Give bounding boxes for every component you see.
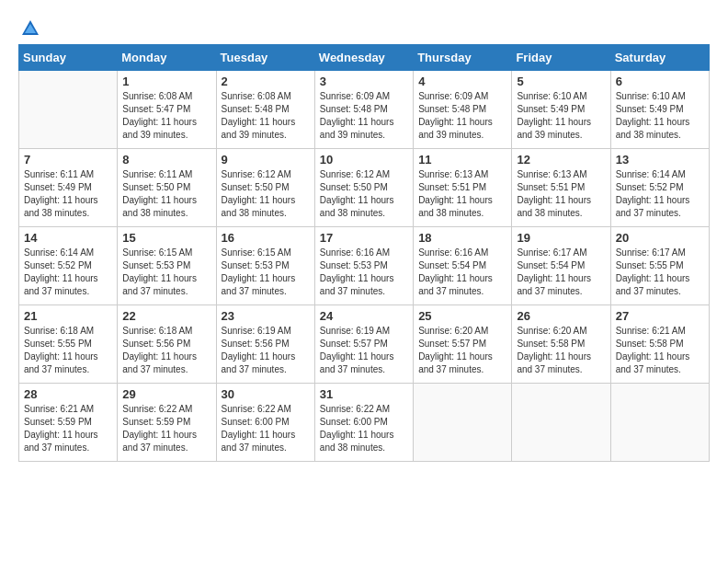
day-info: Sunrise: 6:12 AMSunset: 5:50 PMDaylight:… (222, 169, 296, 218)
day-number: 19 (517, 231, 605, 245)
day-info: Sunrise: 6:19 AMSunset: 5:56 PMDaylight:… (222, 326, 296, 374)
day-number: 15 (122, 231, 210, 245)
calendar-day-cell: 4 Sunrise: 6:09 AMSunset: 5:48 PMDayligh… (414, 71, 512, 149)
day-info: Sunrise: 6:22 AMSunset: 6:00 PMDaylight:… (320, 404, 394, 453)
day-number: 25 (418, 309, 506, 323)
calendar-day-cell: 15 Sunrise: 6:15 AMSunset: 5:53 PMDaylig… (118, 227, 216, 305)
day-of-week-header: Saturday (610, 45, 709, 71)
day-of-week-header: Friday (512, 45, 610, 71)
day-of-week-header: Tuesday (216, 45, 314, 71)
calendar-day-cell: 22 Sunrise: 6:18 AMSunset: 5:56 PMDaylig… (118, 305, 216, 384)
day-number: 13 (616, 153, 704, 167)
day-info: Sunrise: 6:22 AMSunset: 6:00 PMDaylight:… (222, 404, 296, 453)
day-info: Sunrise: 6:11 AMSunset: 5:49 PMDaylight:… (24, 169, 98, 218)
calendar-day-cell: 31 Sunrise: 6:22 AMSunset: 6:00 PMDaylig… (314, 384, 413, 462)
day-number: 10 (320, 153, 408, 167)
calendar-day-cell: 26 Sunrise: 6:20 AMSunset: 5:58 PMDaylig… (512, 305, 610, 384)
calendar-day-cell: 10 Sunrise: 6:12 AMSunset: 5:50 PMDaylig… (314, 149, 413, 227)
day-info: Sunrise: 6:18 AMSunset: 5:55 PMDaylight:… (24, 326, 98, 374)
day-of-week-header: Wednesday (314, 45, 413, 71)
day-of-week-header: Sunday (19, 45, 118, 71)
calendar-day-cell: 28 Sunrise: 6:21 AMSunset: 5:59 PMDaylig… (19, 384, 118, 462)
day-number: 14 (24, 231, 112, 245)
page-header (18, 18, 710, 35)
day-info: Sunrise: 6:21 AMSunset: 5:59 PMDaylight:… (24, 404, 98, 453)
day-info: Sunrise: 6:09 AMSunset: 5:48 PMDaylight:… (320, 91, 394, 140)
calendar-day-cell: 16 Sunrise: 6:15 AMSunset: 5:53 PMDaylig… (216, 227, 314, 305)
day-info: Sunrise: 6:09 AMSunset: 5:48 PMDaylight:… (418, 91, 493, 140)
calendar-day-cell: 19 Sunrise: 6:17 AMSunset: 5:54 PMDaylig… (512, 227, 610, 305)
day-info: Sunrise: 6:22 AMSunset: 5:59 PMDaylight:… (122, 404, 197, 453)
day-info: Sunrise: 6:11 AMSunset: 5:50 PMDaylight:… (122, 169, 197, 218)
calendar-day-cell: 17 Sunrise: 6:16 AMSunset: 5:53 PMDaylig… (314, 227, 413, 305)
calendar-day-cell: 8 Sunrise: 6:11 AMSunset: 5:50 PMDayligh… (118, 149, 216, 227)
day-number: 2 (222, 75, 310, 88)
day-info: Sunrise: 6:13 AMSunset: 5:51 PMDaylight:… (517, 169, 591, 218)
day-number: 23 (222, 309, 310, 323)
calendar-day-cell: 27 Sunrise: 6:21 AMSunset: 5:58 PMDaylig… (610, 305, 709, 384)
day-number: 20 (616, 231, 704, 245)
day-info: Sunrise: 6:15 AMSunset: 5:53 PMDaylight:… (122, 247, 197, 296)
day-info: Sunrise: 6:12 AMSunset: 5:50 PMDaylight:… (320, 169, 394, 218)
day-number: 7 (24, 153, 112, 167)
day-number: 8 (122, 153, 210, 167)
calendar-day-cell: 25 Sunrise: 6:20 AMSunset: 5:57 PMDaylig… (414, 305, 512, 384)
day-number: 9 (222, 153, 310, 167)
calendar-day-cell: 6 Sunrise: 6:10 AMSunset: 5:49 PMDayligh… (610, 71, 709, 149)
calendar-day-cell: 2 Sunrise: 6:08 AMSunset: 5:48 PMDayligh… (216, 71, 314, 149)
day-number: 21 (24, 309, 112, 323)
day-number: 31 (320, 387, 408, 401)
calendar-day-cell (610, 384, 709, 462)
calendar-day-cell: 7 Sunrise: 6:11 AMSunset: 5:49 PMDayligh… (19, 149, 118, 227)
day-info: Sunrise: 6:19 AMSunset: 5:57 PMDaylight:… (320, 326, 394, 374)
calendar-day-cell: 9 Sunrise: 6:12 AMSunset: 5:50 PMDayligh… (216, 149, 314, 227)
day-info: Sunrise: 6:14 AMSunset: 5:52 PMDaylight:… (616, 169, 690, 218)
day-of-week-header: Monday (118, 45, 216, 71)
calendar-week-row: 28 Sunrise: 6:21 AMSunset: 5:59 PMDaylig… (19, 384, 710, 462)
day-info: Sunrise: 6:14 AMSunset: 5:52 PMDaylight:… (24, 247, 98, 296)
calendar-week-row: 14 Sunrise: 6:14 AMSunset: 5:52 PMDaylig… (19, 227, 710, 305)
day-info: Sunrise: 6:18 AMSunset: 5:56 PMDaylight:… (122, 326, 197, 374)
day-number: 16 (222, 231, 310, 245)
day-number: 4 (418, 75, 506, 88)
day-number: 22 (122, 309, 210, 323)
logo (18, 18, 40, 35)
calendar-day-cell: 30 Sunrise: 6:22 AMSunset: 6:00 PMDaylig… (216, 384, 314, 462)
day-number: 26 (517, 309, 605, 323)
day-number: 18 (418, 231, 506, 245)
calendar-week-row: 1 Sunrise: 6:08 AMSunset: 5:47 PMDayligh… (19, 71, 710, 149)
day-number: 30 (222, 387, 310, 401)
day-number: 24 (320, 309, 408, 323)
calendar-day-cell: 21 Sunrise: 6:18 AMSunset: 5:55 PMDaylig… (19, 305, 118, 384)
calendar-day-cell (512, 384, 610, 462)
calendar-day-cell (19, 71, 118, 149)
calendar-day-cell: 5 Sunrise: 6:10 AMSunset: 5:49 PMDayligh… (512, 71, 610, 149)
day-number: 12 (517, 153, 605, 167)
day-number: 27 (616, 309, 704, 323)
day-info: Sunrise: 6:10 AMSunset: 5:49 PMDaylight:… (616, 91, 690, 140)
day-info: Sunrise: 6:20 AMSunset: 5:57 PMDaylight:… (418, 326, 493, 374)
calendar-day-cell: 13 Sunrise: 6:14 AMSunset: 5:52 PMDaylig… (610, 149, 709, 227)
day-number: 17 (320, 231, 408, 245)
day-info: Sunrise: 6:15 AMSunset: 5:53 PMDaylight:… (222, 247, 296, 296)
day-info: Sunrise: 6:21 AMSunset: 5:58 PMDaylight:… (616, 326, 690, 374)
day-number: 1 (122, 75, 210, 88)
calendar-day-cell: 1 Sunrise: 6:08 AMSunset: 5:47 PMDayligh… (118, 71, 216, 149)
day-info: Sunrise: 6:10 AMSunset: 5:49 PMDaylight:… (517, 91, 591, 140)
day-of-week-header: Thursday (414, 45, 512, 71)
calendar-table: SundayMondayTuesdayWednesdayThursdayFrid… (18, 44, 710, 462)
day-info: Sunrise: 6:08 AMSunset: 5:47 PMDaylight:… (122, 91, 197, 140)
logo-icon (20, 18, 40, 39)
calendar-day-cell: 11 Sunrise: 6:13 AMSunset: 5:51 PMDaylig… (414, 149, 512, 227)
calendar-week-row: 21 Sunrise: 6:18 AMSunset: 5:55 PMDaylig… (19, 305, 710, 384)
day-number: 6 (616, 75, 704, 88)
calendar-day-cell (414, 384, 512, 462)
calendar-day-cell: 18 Sunrise: 6:16 AMSunset: 5:54 PMDaylig… (414, 227, 512, 305)
day-info: Sunrise: 6:08 AMSunset: 5:48 PMDaylight:… (222, 91, 296, 140)
day-number: 11 (418, 153, 506, 167)
calendar-day-cell: 12 Sunrise: 6:13 AMSunset: 5:51 PMDaylig… (512, 149, 610, 227)
day-info: Sunrise: 6:16 AMSunset: 5:54 PMDaylight:… (418, 247, 493, 296)
day-info: Sunrise: 6:20 AMSunset: 5:58 PMDaylight:… (517, 326, 591, 374)
day-number: 5 (517, 75, 605, 88)
calendar-day-cell: 14 Sunrise: 6:14 AMSunset: 5:52 PMDaylig… (19, 227, 118, 305)
